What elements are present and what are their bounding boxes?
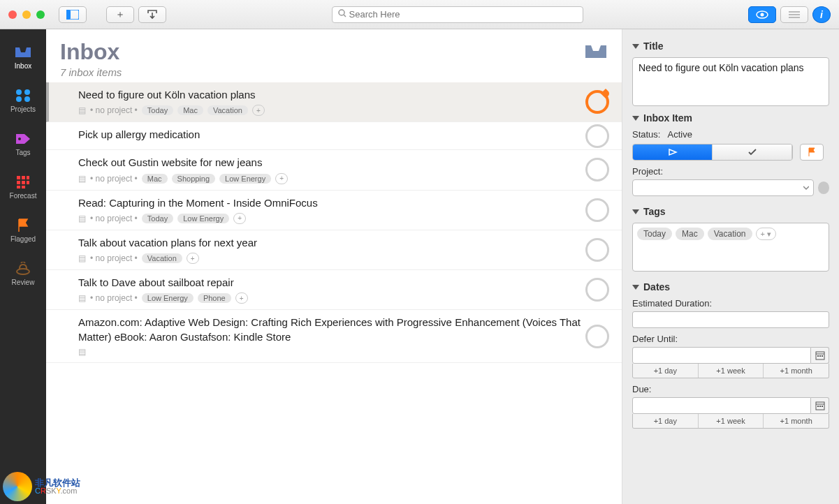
tag-pill[interactable]: Today	[637, 228, 672, 240]
tag-pill[interactable]: Mac	[177, 105, 203, 115]
minimize-window-button[interactable]	[22, 10, 31, 19]
status-active-button[interactable]	[633, 144, 713, 160]
tag-pill[interactable]: Vacation	[708, 228, 752, 240]
tags-field[interactable]: TodayMacVacation+ ▾	[632, 223, 829, 272]
due-plus-day-button[interactable]: +1 day	[633, 414, 699, 428]
toggle-sidebar-button[interactable]	[59, 6, 87, 23]
tags-add-button[interactable]: + ▾	[756, 228, 776, 240]
tag-pill[interactable]: Today	[142, 105, 173, 115]
sidebar-item-label: Projects	[10, 105, 36, 113]
sidebar-item-label: Tags	[15, 149, 30, 156]
task-status-circle[interactable]	[585, 198, 609, 222]
new-item-button[interactable]: ＋	[106, 6, 134, 23]
tag-pill[interactable]: Mac	[142, 174, 168, 184]
task-status-circle[interactable]	[585, 90, 609, 114]
tag-pill[interactable]: Vacation	[142, 253, 182, 263]
close-window-button[interactable]	[8, 10, 17, 19]
inbox-item-section-header[interactable]: Inbox Item	[632, 112, 829, 124]
defer-plus-day-button[interactable]: +1 day	[633, 364, 699, 378]
task-status-circle[interactable]	[585, 238, 609, 262]
quick-entry-button[interactable]	[138, 6, 166, 23]
task-row[interactable]: Check out Gustin website for new jeans▤•…	[46, 150, 622, 190]
sidebar-item-inbox[interactable]: Inbox	[0, 35, 46, 78]
due-calendar-button[interactable]	[811, 397, 829, 414]
search-input[interactable]	[349, 9, 577, 20]
project-combobox[interactable]	[632, 179, 814, 196]
due-plus-month-button[interactable]: +1 month	[764, 414, 829, 428]
defer-date-input[interactable]	[632, 347, 811, 364]
defer-plus-month-button[interactable]: +1 month	[764, 364, 829, 378]
add-tag-button[interactable]: +	[235, 292, 248, 304]
flag-toggle-button[interactable]	[800, 144, 824, 161]
zoom-window-button[interactable]	[36, 10, 45, 19]
inbox-icon	[13, 44, 33, 61]
note-icon: ▤	[78, 174, 86, 184]
add-tag-button[interactable]: +	[275, 173, 288, 184]
add-tag-button[interactable]: +	[252, 105, 265, 116]
task-row[interactable]: Amazon.com: Adaptive Web Design: Craftin…	[46, 310, 622, 363]
status-completed-button[interactable]	[713, 144, 792, 160]
inbox-icon	[584, 39, 608, 65]
svg-point-2	[339, 10, 344, 15]
search-icon	[338, 9, 346, 20]
goto-project-button[interactable]	[818, 181, 829, 194]
view-options-button[interactable]	[748, 6, 776, 23]
forecast-icon	[13, 174, 33, 191]
task-status-circle[interactable]	[585, 325, 609, 348]
sidebar-item-label: Review	[12, 279, 35, 286]
defer-plus-week-button[interactable]: +1 week	[699, 364, 764, 378]
svg-point-12	[24, 96, 30, 102]
task-row[interactable]: Pick up allergy medication	[46, 122, 622, 150]
status-segmented-control	[632, 144, 793, 161]
task-row[interactable]: Talk about vacation plans for next year▤…	[46, 230, 622, 270]
due-plus-week-button[interactable]: +1 week	[699, 414, 764, 428]
page-subtitle: 7 inbox items	[60, 66, 608, 78]
defer-calendar-button[interactable]	[811, 347, 829, 364]
svg-rect-33	[822, 406, 823, 407]
note-icon: ▤	[78, 253, 86, 263]
task-row[interactable]: Talk to Dave about sailboat repair▤• no …	[46, 270, 622, 310]
search-field[interactable]	[332, 6, 583, 23]
dates-section-header[interactable]: Dates	[632, 281, 829, 292]
tag-pill[interactable]: Today	[142, 214, 173, 223]
note-icon: ▤	[78, 293, 86, 303]
page-title: Inbox	[60, 39, 119, 65]
tag-pill[interactable]: Low Energy	[142, 293, 194, 303]
tags-section-header[interactable]: Tags	[632, 206, 829, 217]
svg-point-13	[18, 138, 21, 140]
no-project-label: • no project •	[90, 293, 138, 303]
task-status-circle[interactable]	[585, 124, 609, 148]
task-title: Amazon.com: Adaptive Web Design: Craftin…	[78, 316, 608, 344]
tag-pill[interactable]: Low Energy	[177, 214, 229, 223]
estimated-duration-input[interactable]	[632, 311, 829, 328]
sidebar-item-tags[interactable]: Tags	[0, 121, 46, 165]
task-row[interactable]: Need to figure out Köln vacation plans▤•…	[46, 82, 622, 122]
disclosure-triangle-icon	[632, 44, 639, 49]
tag-pill[interactable]: Phone	[198, 293, 231, 303]
project-label: Project:	[632, 166, 829, 177]
inspector-toggle-button[interactable]: i	[812, 6, 831, 23]
task-title: Talk to Dave about sailboat repair	[78, 276, 608, 290]
svg-rect-31	[817, 406, 819, 407]
task-title-input[interactable]: Need to figure out Köln vacation plans	[632, 57, 829, 106]
task-row[interactable]: Read: Capturing in the Moment - Inside O…	[46, 191, 622, 230]
due-date-input[interactable]	[632, 397, 811, 414]
tag-pill[interactable]: Vacation	[207, 105, 248, 115]
svg-point-11	[16, 96, 22, 102]
tag-pill[interactable]: Mac	[676, 228, 704, 240]
add-tag-button[interactable]: +	[187, 253, 199, 264]
tag-pill[interactable]: Shopping	[172, 174, 216, 184]
task-status-circle[interactable]	[585, 278, 609, 302]
task-title: Read: Capturing in the Moment - Inside O…	[78, 196, 608, 210]
sidebar-item-projects[interactable]: Projects	[0, 78, 46, 121]
no-project-label: • no project •	[90, 105, 138, 115]
sidebar-item-forecast[interactable]: Forecast	[0, 165, 46, 208]
svg-line-3	[344, 15, 346, 17]
title-section-header[interactable]: Title	[632, 40, 829, 52]
sidebar-item-flagged[interactable]: Flagged	[0, 208, 46, 251]
tag-pill[interactable]: Low Energy	[219, 174, 271, 184]
add-tag-button[interactable]: +	[233, 213, 246, 224]
task-status-circle[interactable]	[585, 158, 609, 181]
sidebar-item-review[interactable]: Review	[0, 251, 46, 295]
list-view-button[interactable]	[780, 6, 808, 23]
